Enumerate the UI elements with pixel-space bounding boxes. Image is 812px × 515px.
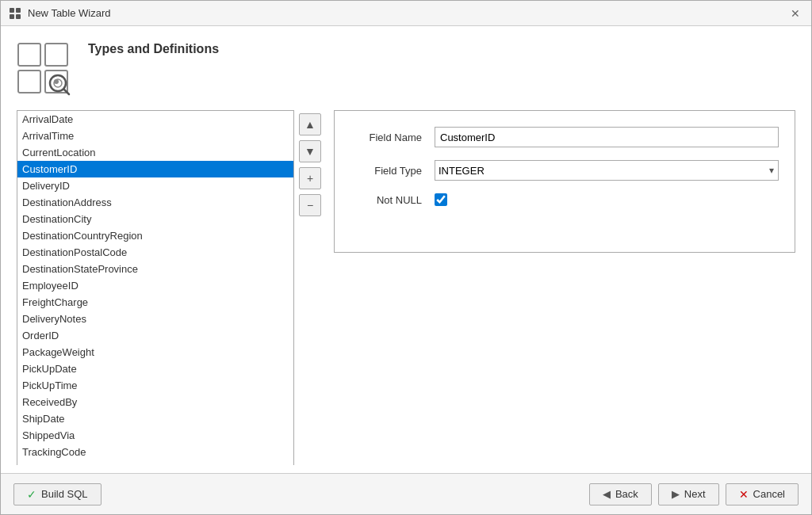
list-item[interactable]: CurrentLocation [17, 144, 293, 161]
footer-right: ◀ Back ▶ Next ✕ Cancel [589, 483, 799, 505]
not-null-checkbox-wrapper [435, 193, 447, 206]
list-item[interactable]: ShippedVia [17, 427, 293, 444]
list-item[interactable]: ShipDate [17, 410, 293, 427]
title-bar-title: New Table Wizard [28, 7, 111, 19]
fields-list[interactable]: ArrivalDateArrivalTimeCurrentLocationCus… [17, 110, 294, 465]
next-arrow-icon: ▶ [672, 488, 680, 500]
list-item[interactable]: DestinationAddress [17, 194, 293, 211]
title-bar: New Table Wizard ✕ [1, 1, 811, 26]
list-item[interactable]: OrderID [17, 327, 293, 344]
field-name-row: Field Name [350, 127, 779, 147]
list-item[interactable]: ArrivalTime [17, 128, 293, 144]
window: New Table Wizard ✕ Types and Definitions [0, 0, 812, 515]
field-type-select-wrapper: INTEGERTEXTREALBLOBNUMERICVARCHARBOOLEAN… [435, 160, 779, 181]
list-item[interactable]: DestinationPostalCode [17, 244, 293, 261]
svg-rect-1 [16, 8, 21, 13]
main-area: ArrivalDateArrivalTimeCurrentLocationCus… [17, 110, 795, 465]
close-button[interactable]: ✕ [787, 6, 803, 21]
cancel-icon: ✕ [739, 488, 749, 501]
footer-left: ✓ Build SQL [13, 483, 102, 505]
list-item[interactable]: ReceivedBy [17, 394, 293, 410]
build-sql-icon: ✓ [27, 488, 36, 501]
add-field-button[interactable]: + [299, 167, 321, 189]
list-item[interactable]: PickUpDate [17, 360, 293, 377]
list-item[interactable]: EmployeeID [17, 277, 293, 294]
list-item[interactable]: DeliveryID [17, 177, 293, 194]
list-controls: ▲ ▼ + − [299, 110, 321, 216]
list-item[interactable]: TrackingCode [17, 444, 293, 460]
wizard-icon [17, 42, 72, 97]
details-section: Field Name Field Type INTEGERTEXTREALBLO… [334, 110, 795, 253]
list-item[interactable]: DestinationCountryRegion [17, 227, 293, 244]
header-section: Types and Definitions [17, 42, 795, 97]
field-type-select[interactable]: INTEGERTEXTREALBLOBNUMERICVARCHARBOOLEAN… [435, 160, 779, 181]
back-label: Back [615, 488, 638, 500]
list-item[interactable]: ArrivalDate [17, 111, 293, 128]
content-area: Types and Definitions ArrivalDateArrival… [1, 26, 811, 473]
list-item[interactable]: DestinationStateProvince [17, 261, 293, 277]
svg-rect-4 [18, 44, 40, 66]
field-type-row: Field Type INTEGERTEXTREALBLOBNUMERICVAR… [350, 160, 779, 181]
list-item[interactable]: PackageWeight [17, 344, 293, 360]
move-down-button[interactable]: ▼ [299, 140, 321, 162]
svg-rect-5 [45, 44, 67, 66]
build-sql-button[interactable]: ✓ Build SQL [13, 483, 102, 505]
section-title: Types and Definitions [88, 42, 219, 56]
next-label: Next [684, 488, 706, 500]
list-item[interactable]: DestinationCity [17, 211, 293, 227]
svg-rect-3 [16, 14, 21, 19]
field-name-input[interactable] [435, 127, 779, 147]
svg-rect-2 [10, 14, 14, 19]
list-item[interactable]: PickUpTime [17, 377, 293, 394]
footer: ✓ Build SQL ◀ Back ▶ Next ✕ Cancel [1, 473, 811, 514]
move-up-button[interactable]: ▲ [299, 113, 321, 135]
field-name-label: Field Name [350, 132, 422, 143]
title-bar-left: New Table Wizard [9, 7, 111, 20]
back-button[interactable]: ◀ Back [589, 483, 652, 505]
not-null-row: Not NULL [350, 193, 779, 206]
list-item[interactable]: FreightCharge [17, 294, 293, 311]
not-null-label: Not NULL [350, 194, 422, 206]
next-button[interactable]: ▶ Next [658, 483, 719, 505]
cancel-button[interactable]: ✕ Cancel [726, 483, 799, 505]
svg-rect-6 [18, 71, 40, 93]
svg-point-11 [54, 79, 59, 84]
build-sql-label: Build SQL [41, 488, 88, 500]
not-null-checkbox[interactable] [435, 193, 447, 206]
remove-field-button[interactable]: − [299, 194, 321, 216]
svg-rect-0 [10, 8, 14, 13]
back-arrow-icon: ◀ [603, 488, 611, 500]
window-icon [9, 7, 21, 20]
list-item[interactable]: DeliveryNotes [17, 311, 293, 327]
cancel-label: Cancel [753, 488, 785, 500]
list-item[interactable]: CustomerID [17, 161, 293, 177]
list-section: ArrivalDateArrivalTimeCurrentLocationCus… [17, 110, 321, 465]
field-type-label: Field Type [350, 165, 422, 177]
